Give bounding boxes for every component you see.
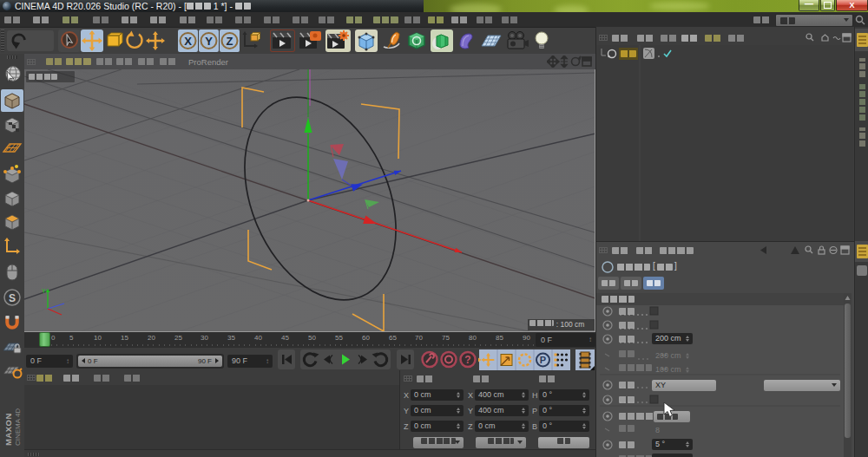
svg-text:P: P [540,355,546,365]
svg-text:?: ? [464,354,470,366]
svg-text:CINEMA 4D: CINEMA 4D [14,408,22,446]
svg-text:Y: Y [42,288,46,294]
svg-text:MAXON: MAXON [3,413,13,446]
svg-text:S: S [9,292,16,304]
